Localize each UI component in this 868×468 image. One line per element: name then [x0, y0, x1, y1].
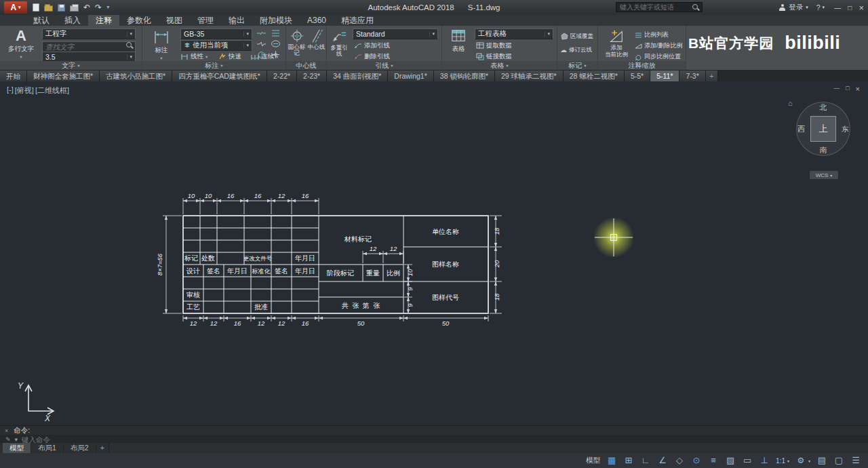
find-text-input[interactable] [42, 41, 136, 52]
qat-customize-icon[interactable]: ▾ [106, 3, 109, 12]
mleader-style-combo[interactable]: Standard ▾ [353, 28, 438, 39]
panel-label-dimension[interactable]: 标注 ▾ [142, 61, 285, 70]
file-tab-start[interactable]: 开始 [0, 71, 27, 81]
polar-tracking-icon[interactable]: ∠ [657, 454, 668, 467]
dim-layer-combo[interactable]: 使用当前项 ▾ [180, 40, 252, 51]
new-layout-button[interactable]: + [96, 443, 109, 453]
dynamic-ucs-icon[interactable]: ⊥ [759, 454, 770, 467]
annotation-scale-button[interactable]: 1:1 ▾ [776, 457, 789, 465]
dim-style-combo[interactable]: GB-35 ▾ [180, 28, 252, 39]
model-space-button[interactable]: 模型 [586, 456, 600, 465]
plot-icon[interactable] [70, 5, 79, 12]
extract-data-button[interactable]: 提取数据 [476, 41, 512, 51]
open-file-icon[interactable] [44, 5, 53, 12]
add-leader-button[interactable]: 添加引线 [354, 41, 390, 51]
scale-list-button[interactable]: 比例列表 [635, 30, 669, 40]
command-customize-icon[interactable]: ✎ [5, 436, 11, 443]
centerline-button[interactable]: 中心线 [307, 28, 326, 50]
file-tab[interactable]: 古建筑小品施工图* [100, 71, 172, 81]
grid-icon[interactable]: ▦ [606, 454, 617, 467]
quick-dim-button[interactable]: 快速 [218, 52, 241, 62]
panel-label-leader[interactable]: 引线 ▾ [327, 61, 441, 70]
multileader-button[interactable]: 多重引线 [328, 28, 350, 57]
tab-a360[interactable]: A360 [300, 15, 334, 26]
file-tab[interactable]: 38 锁钩轮廓图* [434, 71, 495, 81]
minimize-button[interactable]: — [834, 4, 841, 12]
save-icon[interactable] [58, 4, 65, 12]
table-style-combo[interactable]: 工程表格 ▾ [475, 28, 553, 39]
command-input[interactable] [22, 435, 293, 444]
close-button[interactable]: × [859, 3, 864, 13]
new-file-icon[interactable] [33, 3, 39, 12]
layout1-tab[interactable]: 布局1 [31, 443, 64, 453]
sign-in-button[interactable]: 登录 ▾ [778, 3, 808, 12]
tab-addins[interactable]: 附加模块 [252, 15, 300, 26]
text-style-combo[interactable]: 工程字 ▾ [42, 28, 136, 39]
panel-label-centerline[interactable]: 中心线 [286, 61, 326, 70]
ortho-icon[interactable]: ∟ [640, 454, 651, 467]
undo-icon[interactable]: ↶ [83, 3, 90, 12]
panel-label-markup[interactable]: 标记 ▾ [557, 61, 597, 70]
lineweight-icon[interactable]: ≡ [708, 454, 719, 467]
snap-mode-icon[interactable]: ⊞ [623, 454, 634, 467]
linear-dim-button[interactable]: 线性 ▾ [180, 52, 208, 62]
selection-cycling-icon[interactable]: ▭ [742, 454, 753, 467]
wipeout-button[interactable]: 区域覆盖 [560, 31, 593, 41]
add-delete-scales-button[interactable]: 添加/删除比例 [635, 41, 683, 51]
drawing-canvas[interactable]: 10 10 16 16 12 16 12 12 16 12 12 16 50 5… [0, 81, 868, 425]
panel-label-annotation-scaling[interactable]: 注释缩放 [598, 61, 686, 70]
search-icon[interactable] [692, 3, 700, 12]
tab-featured-apps[interactable]: 精选应用 [334, 15, 381, 26]
dim-jog-icon[interactable] [256, 39, 269, 48]
file-tab[interactable]: 5-5* [625, 71, 650, 81]
mtext-button[interactable]: A 多行文字 ▾ [5, 28, 37, 60]
workspace-switching-button[interactable]: ⚙ ▾ [795, 454, 810, 467]
new-drawing-tab-button[interactable]: + [706, 71, 718, 81]
isodraft-icon[interactable]: ◇ [674, 454, 685, 467]
file-tab[interactable]: 四方重檐亭CAD建筑图纸* [172, 71, 267, 81]
add-current-scale-button[interactable]: 添加 当前比例 [601, 28, 632, 58]
tab-default[interactable]: 默认 [26, 15, 57, 26]
tab-insert[interactable]: 插入 [57, 15, 88, 26]
file-tab-active[interactable]: 5-11* [650, 71, 679, 81]
dim-space-icon[interactable] [271, 28, 283, 37]
file-tab[interactable]: 34 曲面剖视图* [327, 71, 388, 81]
tab-annotate[interactable]: 注释 [88, 15, 119, 26]
transparency-icon[interactable]: ▨ [725, 454, 736, 467]
help-button[interactable]: ? ▾ [816, 3, 825, 12]
file-tab[interactable]: 28 螺栓二视图* [564, 71, 625, 81]
maximize-button[interactable]: □ [848, 4, 852, 12]
tab-manage[interactable]: 管理 [190, 15, 221, 26]
redo-icon[interactable]: ↷ [95, 3, 102, 12]
model-tab[interactable]: 模型 [3, 443, 31, 453]
dim-break-icon[interactable] [256, 28, 269, 37]
tab-output[interactable]: 输出 [221, 15, 252, 26]
file-tab[interactable]: 7-3* [679, 71, 705, 81]
dim-update-icon[interactable] [256, 50, 269, 59]
panel-label-text[interactable]: 文字 ▾ [0, 61, 142, 70]
table-button[interactable]: 表格 [445, 28, 472, 54]
object-snap-icon[interactable]: ⊙ [691, 454, 702, 467]
dimension-button[interactable]: 标注 ▾ [146, 28, 176, 61]
layout2-tab[interactable]: 布局2 [64, 443, 96, 453]
file-tab[interactable]: 2-22* [267, 71, 297, 81]
tab-parametric[interactable]: 参数化 [119, 15, 159, 26]
revcloud-button[interactable]: ☁ 修订云线 [560, 45, 592, 55]
file-tab[interactable]: 29 球轴承二视图* [495, 71, 564, 81]
file-tab[interactable]: 财神阁全套施工图* [27, 71, 100, 81]
tab-view[interactable]: 视图 [159, 15, 190, 26]
customization-icon[interactable]: ☰ [850, 454, 861, 467]
search-input[interactable] [616, 2, 703, 12]
drawing-viewport[interactable]: [-] [俯视] [二维线框] — □ × ⌂ 北 南 西 东 上 WCS ▾ [0, 81, 868, 425]
chevron-down-icon[interactable]: ▾ [15, 436, 18, 443]
panel-label-table[interactable]: 表格 ▾ [442, 61, 557, 70]
center-mark-button[interactable]: 圆心标记 [288, 28, 306, 56]
quick-properties-icon[interactable]: ▤ [816, 454, 827, 467]
command-close-icon[interactable]: × [5, 427, 8, 434]
dim-reassociate-icon[interactable] [271, 50, 283, 59]
file-tab[interactable]: Drawing1* [388, 71, 433, 81]
application-menu-button[interactable]: A ▾ [4, 1, 27, 14]
dim-inspect-icon[interactable] [271, 39, 283, 48]
file-tab[interactable]: 2-23* [297, 71, 327, 81]
clean-screen-icon[interactable]: ▢ [833, 454, 844, 467]
